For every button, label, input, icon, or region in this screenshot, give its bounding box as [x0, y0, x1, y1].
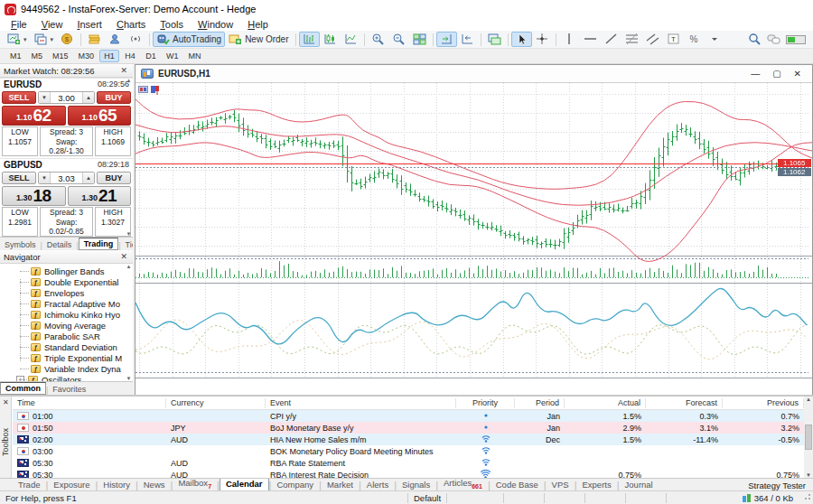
tab-articles[interactable]: Articles661: [438, 478, 488, 490]
menu-item-insert[interactable]: Insert: [70, 18, 109, 31]
auto-scroll-button[interactable]: [436, 32, 457, 47]
ask-price[interactable]: 1.1065: [68, 106, 132, 126]
tab-symbols[interactable]: Symbols: [0, 239, 41, 250]
column-header-currency[interactable]: Currency: [166, 398, 266, 408]
tools-dropdown-button[interactable]: [705, 32, 725, 47]
chevron-down-icon[interactable]: ▼: [39, 92, 51, 103]
market-button[interactable]: [84, 32, 105, 47]
funds-button[interactable]: $: [57, 32, 78, 47]
tab-trade[interactable]: Trade: [13, 480, 45, 490]
bid-price[interactable]: 1.1062: [2, 106, 66, 126]
navigator-item-standard-deviation[interactable]: ƒStandard Deviation: [0, 341, 125, 352]
maximize-icon[interactable]: ▢: [772, 66, 780, 82]
arrows-button[interactable]: %: [684, 32, 705, 47]
symbol-row[interactable]: EURUSD08:29:56: [0, 78, 133, 89]
zoom-out-button[interactable]: [388, 32, 409, 47]
calendar-row[interactable]: 05:30AUDRBA Interest Rate Decision0.75%0…: [13, 469, 804, 478]
new-chart-button[interactable]: ▾: [4, 32, 31, 47]
tab-market[interactable]: Market: [322, 480, 359, 490]
column-header-period[interactable]: Period: [515, 398, 565, 408]
navigator-item-triple-exponential-m[interactable]: ƒTriple Exponential M: [0, 352, 125, 363]
close-icon[interactable]: ✕: [118, 66, 129, 75]
tab-favorites[interactable]: Favorites: [48, 384, 90, 395]
channel-button[interactable]: [642, 32, 663, 47]
menu-item-view[interactable]: View: [34, 18, 70, 31]
calendar-row[interactable]: 01:50JPYBoJ Monetary Base y/yJan2.9%3.1%…: [13, 422, 804, 434]
menu-item-help[interactable]: Help: [240, 18, 276, 31]
timeframe-m5-button[interactable]: M5: [27, 50, 48, 62]
column-header-event[interactable]: Event: [266, 398, 456, 408]
timeframe-m15-button[interactable]: M15: [48, 50, 73, 62]
menu-item-file[interactable]: File: [4, 18, 34, 31]
community-button[interactable]: [105, 32, 126, 47]
sell-button[interactable]: SELL: [2, 172, 36, 184]
bid-price[interactable]: 1.3018: [2, 186, 66, 206]
chevron-up-icon[interactable]: ▲: [82, 92, 94, 103]
bars-mode-button[interactable]: [299, 32, 320, 47]
navigator-item-moving-average[interactable]: ƒMoving Average: [0, 320, 125, 331]
profiles-button[interactable]: ▾: [31, 32, 58, 47]
calendar-row[interactable]: 02:00AUDHIA New Home Sales m/mDec1.5%-11…: [13, 434, 804, 445]
broadcast-button[interactable]: [126, 32, 146, 47]
tab-alerts[interactable]: Alerts: [361, 480, 394, 490]
chart-shift-button[interactable]: [457, 32, 478, 47]
column-header-previous[interactable]: Previous: [723, 398, 804, 408]
tab-experts[interactable]: Experts: [576, 480, 616, 490]
tab-signals[interactable]: Signals: [397, 480, 435, 490]
tile-windows-button[interactable]: [409, 32, 430, 47]
market-watch-scrollbar[interactable]: ▲▼: [125, 78, 133, 237]
tab-trading[interactable]: Trading: [79, 238, 119, 250]
column-header-priority[interactable]: Priority: [456, 398, 515, 408]
close-icon[interactable]: ✕: [3, 398, 9, 406]
search-button[interactable]: [748, 33, 762, 47]
tab-details[interactable]: Details: [42, 239, 77, 250]
tab-vps[interactable]: VPS: [547, 480, 575, 490]
symbol-row[interactable]: GBPUSD08:29:18: [0, 158, 133, 170]
zoom-in-button[interactable]: [368, 32, 388, 47]
tab-history[interactable]: History: [98, 480, 136, 490]
connection-battery-icon[interactable]: [786, 35, 806, 44]
new-order-button[interactable]: New Order: [225, 32, 292, 47]
minimize-icon[interactable]: —: [751, 66, 760, 82]
navigator-item-ichimoku-kinko-hyo[interactable]: ƒIchimoku Kinko Hyo: [0, 309, 125, 320]
tab-journal[interactable]: Journal: [620, 480, 659, 490]
navigator-item-fractal-adaptive-mo[interactable]: ƒFractal Adaptive Mo: [0, 298, 125, 309]
tab-calendar[interactable]: Calendar: [220, 478, 269, 490]
line-mode-button[interactable]: [341, 32, 361, 47]
chevron-down-icon[interactable]: ▼: [39, 173, 51, 183]
trendline-button[interactable]: [601, 32, 621, 47]
cursor-button[interactable]: [511, 32, 532, 47]
navigator-item-envelopes[interactable]: ƒEnvelopes: [0, 287, 125, 298]
price-chart-canvas[interactable]: [136, 83, 812, 395]
menu-item-window[interactable]: Window: [191, 18, 240, 31]
strategy-tester-label[interactable]: Strategy Tester: [748, 481, 813, 490]
candles-mode-button[interactable]: [320, 32, 341, 47]
window-list-button[interactable]: [484, 32, 505, 47]
timeframe-m1-button[interactable]: M1: [5, 50, 26, 62]
vertical-line-button[interactable]: [559, 32, 580, 47]
tab-company[interactable]: Company: [271, 480, 319, 490]
fibonacci-button[interactable]: [621, 32, 642, 47]
chart-window-titlebar[interactable]: EURUSD,H1 — ▢ ✕: [136, 65, 812, 83]
chevron-up-icon[interactable]: ▲: [82, 173, 94, 183]
volume-stepper[interactable]: ▼3.03▲: [38, 172, 95, 184]
navigator-item-parabolic-sar[interactable]: ƒParabolic SAR: [0, 331, 125, 341]
crosshair-button[interactable]: [532, 32, 553, 47]
status-profile[interactable]: Default: [408, 493, 447, 503]
tab-news[interactable]: News: [138, 480, 171, 490]
calendar-row[interactable]: 01:00CPI y/yJan1.5%0.3%0.7%: [13, 410, 804, 422]
close-icon[interactable]: ✕: [794, 66, 801, 82]
text-label-button[interactable]: T: [663, 32, 684, 47]
tab-mailbox[interactable]: Mailbox7: [173, 478, 217, 490]
navigator-item-oscillators[interactable]: +ƒOscillators: [0, 374, 125, 381]
timeframe-d1-button[interactable]: D1: [141, 50, 161, 62]
resize-grip[interactable]: [802, 493, 811, 502]
ask-price[interactable]: 1.3021: [68, 186, 132, 206]
timeframe-w1-button[interactable]: W1: [162, 50, 183, 62]
close-icon[interactable]: ✕: [118, 252, 129, 261]
navigator-scrollbar[interactable]: ▲▼: [125, 264, 133, 381]
navigator-item-variable-index-dyna[interactable]: ƒVariable Index Dyna: [0, 363, 125, 374]
column-header-actual[interactable]: Actual: [565, 398, 646, 408]
column-header-time[interactable]: Time: [13, 398, 166, 408]
column-header-forecast[interactable]: Forecast: [646, 398, 723, 408]
